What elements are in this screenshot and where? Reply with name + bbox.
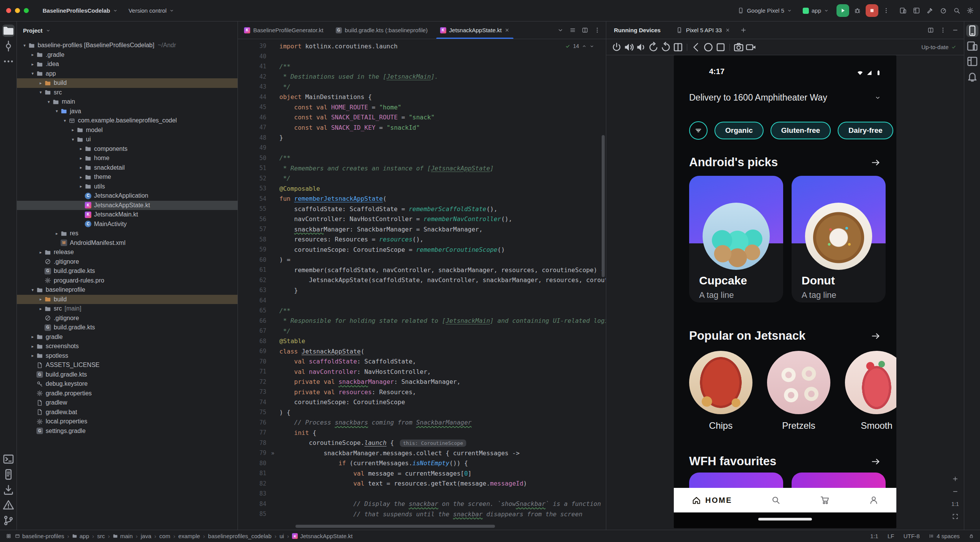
tree-item[interactable]: ▾com.example.baselineprofiles_codel [17, 116, 238, 126]
tree-item[interactable]: ▸snackdetail [17, 163, 238, 173]
stripe-branch-icon[interactable] [2, 514, 15, 527]
breadcrumb-item[interactable]: example [178, 533, 200, 539]
stripe-devices-icon[interactable] [966, 40, 978, 52]
panel-options-icon[interactable] [940, 27, 946, 33]
chevron-icon[interactable]: ▾ [45, 99, 53, 104]
tree-item[interactable]: ▸release [17, 248, 238, 257]
project-widget[interactable]: BaselineProfilesCodelab [40, 5, 121, 16]
tree-item[interactable]: ▸components [17, 144, 238, 154]
filter-chip[interactable]: Dairy-free [838, 122, 893, 139]
chevron-icon[interactable]: ▾ [69, 137, 77, 142]
filter-button[interactable] [689, 121, 708, 140]
breadcrumb-item[interactable]: src [97, 533, 105, 539]
tree-item[interactable]: Gbuild.gradle.kts [17, 266, 238, 276]
chevron-icon[interactable]: ▾ [29, 71, 36, 76]
tree-item[interactable]: ▾src [17, 88, 238, 97]
record-button[interactable] [745, 41, 757, 53]
build-icon[interactable] [926, 7, 934, 14]
chevron-icon[interactable]: ▸ [77, 175, 85, 180]
device-tab[interactable]: Pixel 5 API 33 [676, 21, 730, 39]
debug-button[interactable] [854, 7, 861, 14]
tree-item[interactable]: ▸.gradle [17, 50, 238, 60]
tree-item[interactable]: CJetsnackApplication [17, 191, 238, 201]
close-icon[interactable] [725, 28, 730, 33]
chevron-icon[interactable]: ▸ [77, 146, 85, 151]
snack-card[interactable]: CupcakeA tag line [689, 176, 783, 302]
device-manager-icon[interactable] [899, 7, 907, 14]
tree-item[interactable]: MAndroidManifest.xml [17, 238, 238, 248]
zoom-out-icon[interactable] [952, 488, 959, 495]
tree-item[interactable]: Gsettings.gradle [17, 426, 238, 436]
code-editor[interactable]: 14 39import kotlinx.coroutines.launch404… [238, 39, 606, 530]
chevron-icon[interactable]: ▾ [21, 43, 28, 48]
power-button[interactable] [611, 41, 622, 53]
inspections-ok-icon[interactable] [565, 44, 570, 49]
editor-tab[interactable]: KBaselineProfileGenerator.kt [238, 21, 330, 39]
caret-position[interactable]: 1:1 [870, 533, 878, 539]
tree-item[interactable]: gradlew.bat [17, 408, 238, 417]
file-encoding[interactable]: UTF-8 [903, 533, 920, 539]
tree-item[interactable]: gradlew [17, 398, 238, 408]
tree-item[interactable]: ▾java [17, 107, 238, 116]
split-view-icon[interactable] [927, 27, 934, 33]
tree-item[interactable]: ASSETS_LICENSE [17, 360, 238, 370]
chevron-icon[interactable]: ▸ [53, 231, 61, 236]
chevron-icon[interactable]: ▸ [77, 165, 85, 170]
tree-item[interactable]: ▾baselineprofile [17, 285, 238, 295]
wfh-card[interactable] [792, 473, 886, 488]
chevron-icon[interactable]: ▸ [29, 353, 36, 358]
chevron-icon[interactable]: ▸ [29, 52, 36, 57]
tool-windows-icon[interactable] [913, 7, 920, 14]
chevron-icon[interactable]: ▾ [29, 288, 36, 292]
chevron-icon[interactable]: ▸ [29, 334, 36, 339]
snack-item[interactable]: Pretzels [767, 351, 830, 431]
overview-button[interactable] [715, 41, 726, 53]
stripe-problems-icon[interactable] [2, 499, 15, 511]
breadcrumb-item[interactable]: com [159, 533, 170, 539]
split-editor-icon[interactable] [582, 27, 588, 33]
tree-item[interactable]: ▸utils [17, 182, 238, 192]
tree-item[interactable]: ▸build [17, 78, 238, 88]
chevron-icon[interactable]: ▸ [29, 344, 36, 349]
stripe-project-icon[interactable] [2, 25, 15, 37]
tree-item[interactable]: ▸res [17, 229, 238, 238]
stripe-more-icon[interactable] [2, 55, 15, 68]
volume-up-button[interactable] [623, 41, 635, 53]
nav-home-item[interactable]: HOME [691, 495, 732, 505]
tree-item[interactable]: proguard-rules.pro [17, 276, 238, 286]
arrow-right-icon[interactable] [871, 331, 881, 341]
wfh-card[interactable] [689, 473, 783, 488]
chevron-icon[interactable]: ▸ [37, 250, 45, 255]
chevron-icon[interactable]: ▸ [69, 127, 77, 132]
stripe-commit-icon[interactable] [2, 40, 15, 52]
rotate-right-button[interactable] [660, 41, 671, 53]
tree-item[interactable]: .gitignore [17, 257, 238, 267]
minimize-window-button[interactable] [15, 8, 20, 13]
tree-item[interactable]: KJetsnackAppState.kt [17, 201, 238, 210]
tree-item[interactable]: ▸theme [17, 172, 238, 182]
tree-item[interactable]: Gbuild.gradle.kts [17, 323, 238, 332]
chevron-icon[interactable]: ▸ [37, 306, 45, 311]
filter-chip[interactable]: Gluten-free [770, 122, 831, 139]
tree-item[interactable]: ▾app [17, 69, 238, 79]
stripe-logcat-icon[interactable] [2, 468, 15, 481]
delivery-selector[interactable]: Delivery to 1600 Amphitheater Way [674, 85, 896, 110]
emulator-screen[interactable]: 4:17 Delivery to 1600 Amphitheater Way O… [674, 55, 896, 528]
tree-item[interactable]: ▸model [17, 126, 238, 135]
chevron-icon[interactable]: ▾ [61, 118, 69, 123]
vcs-widget[interactable]: Version control [125, 5, 177, 16]
breadcrumb-item[interactable]: baselineprofiles_codelab [208, 533, 271, 539]
indent-setting[interactable]: 4 spaces [929, 533, 960, 539]
horizontal-scrollbar[interactable] [295, 525, 495, 528]
tree-item[interactable]: gradle.properties [17, 389, 238, 398]
home-button[interactable] [703, 41, 714, 53]
project-tree[interactable]: ▾baseline-profiles [BaselineProfilesCode… [17, 39, 238, 530]
close-icon[interactable] [505, 28, 510, 33]
filter-chip[interactable]: Organic [714, 122, 764, 139]
stripe-phone-icon[interactable] [966, 25, 978, 37]
stripe-terminal-icon[interactable] [2, 453, 15, 465]
tree-item[interactable]: ▾ui [17, 135, 238, 144]
add-device-tab-button[interactable] [740, 27, 747, 33]
tree-item[interactable]: Gbuild.gradle.kts [17, 370, 238, 380]
more-run-options-button[interactable] [883, 7, 889, 14]
